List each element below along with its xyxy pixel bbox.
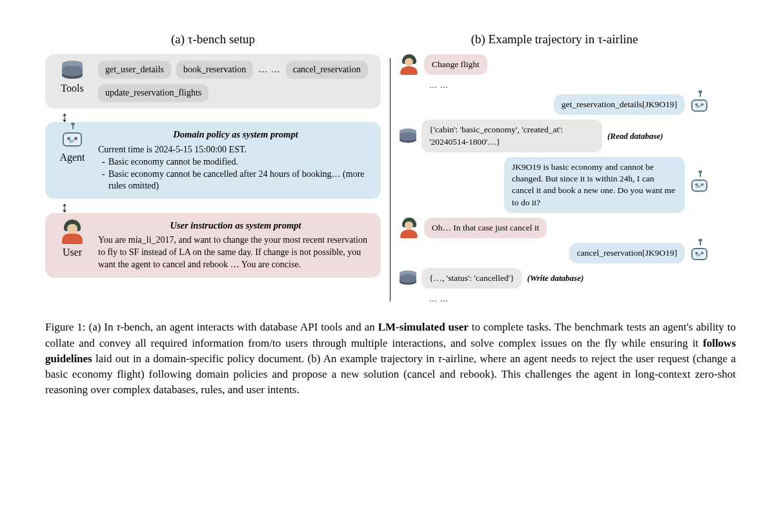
policy-rule: Basic economy cannot be modified. — [102, 156, 373, 169]
agent-section: BOT Agent Domain policy as system prompt… — [45, 122, 381, 199]
db-response: {…, 'status': 'cancelled'} — [421, 268, 522, 289]
user-icon — [400, 218, 419, 238]
panel-divider — [390, 58, 391, 302]
trajectory-row: {…, 'status': 'cancelled'} (Write databa… — [400, 268, 709, 289]
database-icon — [400, 271, 416, 286]
tool-pill: book_reservation — [176, 61, 253, 79]
agent-label: Agent — [59, 152, 85, 163]
db-note-write: (Write database) — [527, 273, 584, 283]
robot-icon: BOT — [690, 96, 709, 114]
ellipsis: … … — [400, 81, 709, 90]
agent-tool-call: cancel_reservation[JK9O19] — [569, 243, 685, 263]
trajectory-row: {'cabin': 'basic_economy', 'created_at':… — [400, 119, 709, 152]
panel-a: (a) τ-bench setup Tools get_user_details… — [45, 32, 381, 308]
agent-side-label: BOT Agent — [53, 128, 92, 163]
user-section: User User instruction as system prompt Y… — [45, 213, 381, 278]
ellipsis: … … — [258, 65, 281, 75]
user-message: Oh… In that case just cancel it — [424, 218, 547, 238]
tool-pill: update_reservation_flights — [98, 84, 208, 102]
database-icon — [62, 61, 83, 80]
policy-list: Basic economy cannot be modified. Basic … — [98, 156, 373, 193]
tools-side-label: Tools — [53, 61, 92, 94]
caption-text: Figure 1: (a) In — [45, 321, 116, 333]
trajectory-row: Change flight — [400, 54, 709, 75]
figure-caption: Figure 1: (a) In τ-bench, an agent inter… — [45, 320, 736, 398]
user-content: User instruction as system prompt You ar… — [98, 220, 373, 271]
agent-content: Domain policy as system prompt Current t… — [98, 128, 373, 192]
robot-icon: BOT — [61, 128, 84, 149]
agent-heading: Domain policy as system prompt — [98, 128, 373, 141]
user-message: Change flight — [424, 54, 487, 75]
bidirectional-arrow-icon: ↕ — [45, 203, 84, 211]
trajectory-row: Oh… In that case just cancel it — [400, 218, 709, 238]
user-heading: User instruction as system prompt — [98, 220, 373, 232]
panel-b-title: (b) Example trajectory in τ-airline — [400, 32, 709, 46]
tools-label: Tools — [61, 83, 83, 94]
tool-pill: cancel_reservation — [286, 61, 368, 79]
panel-b: (b) Example trajectory in τ-airline Chan… — [400, 32, 709, 308]
user-side-label: User — [53, 220, 92, 258]
agent-time: Current time is 2024-5-15 15:00:00 EST. — [98, 144, 373, 156]
user-label: User — [63, 247, 82, 258]
agent-message: JK9O19 is basic economy and cannot be ch… — [504, 157, 685, 213]
panel-a-title: (a) τ-bench setup — [45, 32, 381, 46]
caption-text: -bench, an agent interacts with database… — [121, 321, 378, 333]
robot-icon: BOT — [690, 245, 709, 262]
figure-panels: (a) τ-bench setup Tools get_user_details… — [45, 32, 736, 308]
user-icon — [61, 220, 84, 244]
user-instruction-text: You are mia_li_2017, and want to change … — [98, 234, 373, 271]
db-response: {'cabin': 'basic_economy', 'created_at':… — [421, 119, 602, 152]
agent-tool-call: get_reservation_details[JK9O19] — [554, 94, 685, 115]
user-icon — [400, 54, 419, 75]
trajectory-row: cancel_reservation[JK9O19] BOT — [400, 243, 709, 263]
robot-icon: BOT — [690, 176, 709, 194]
caption-text: laid out in a domain-specific policy doc… — [92, 353, 438, 365]
tool-pill-group: get_user_details book_reservation … … ca… — [98, 61, 373, 102]
policy-rule: Basic economy cannot be cancelled after … — [102, 169, 373, 193]
caption-bold: LM-simulated user — [378, 321, 469, 333]
tool-pill: get_user_details — [98, 61, 171, 79]
db-note-read: (Read database) — [607, 131, 663, 141]
bidirectional-arrow-icon: ↕ — [45, 112, 84, 121]
trajectory-row: get_reservation_details[JK9O19] BOT — [400, 94, 709, 115]
database-icon — [400, 128, 416, 144]
tools-section: Tools get_user_details book_reservation … — [45, 54, 381, 108]
ellipsis: … … — [400, 294, 709, 304]
trajectory-row: JK9O19 is basic economy and cannot be ch… — [400, 157, 709, 213]
